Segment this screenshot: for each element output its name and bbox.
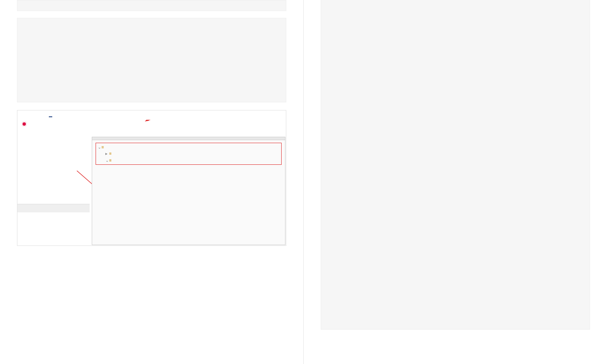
debug-panel-title [92, 137, 285, 140]
ide-screenshot: ⌄≡ ▸≡ ⌄≡ [17, 110, 286, 246]
code-block-top [17, 0, 286, 11]
right-code-block [321, 0, 590, 330]
left-column: ⌄≡ ▸≡ ⌄≡ [0, 0, 304, 364]
ide-code-area [17, 110, 286, 120]
red-annotation-2 [30, 152, 38, 175]
debug-tree: ⌄≡ ▸≡ ⌄≡ [92, 140, 285, 168]
test-code-block [17, 18, 286, 102]
right-column [304, 0, 607, 364]
breakpoint-dot-icon [22, 121, 27, 127]
highlighted-line [49, 116, 52, 117]
highlighted-tree-box: ⌄≡ ▸≡ ⌄≡ [96, 143, 282, 165]
r2c [30, 167, 38, 174]
debug-panel: ⌄≡ ▸≡ ⌄≡ [92, 137, 285, 245]
r2b [30, 160, 38, 166]
ide-toolbar [17, 204, 90, 212]
